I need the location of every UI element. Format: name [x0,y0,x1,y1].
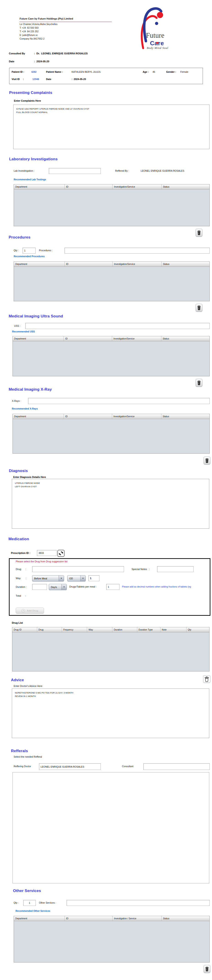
procedures-table: Department ID Investigation/Service Stat… [14,261,210,301]
procedures-input[interactable] [64,248,210,253]
lab-table-header: Department ID Investigation/Service Stat… [14,185,209,189]
refresh-icon [59,551,63,555]
section-title-diagnosis: Diagnosis [9,469,28,473]
xray-table: Department ID Investigation/Service Stat… [13,414,210,453]
way-frequency-select[interactable]: OD [67,575,86,581]
procedures-label: Procedures : [39,249,53,252]
complaints-textarea[interactable]: GYNAE USS REPORT: UTERUS FIBROID NODE AN… [13,105,209,149]
procedures-delete-button[interactable] [196,304,202,312]
advice-delete-button[interactable] [203,675,210,683]
recommended-other-services-link: Recommended Other Services [16,910,50,912]
col-duration: Duration [112,627,137,632]
fraction-note: Please add as decimal numbers when addin… [122,585,209,588]
consultant-input[interactable] [143,763,210,770]
prescription-refresh-button[interactable] [58,550,64,557]
add-drug-button[interactable]: + Add Drug [16,608,44,614]
recommended-xray-link: Recommended X-Rays [12,407,38,410]
col-id: ID [64,336,112,341]
duration-unit-value: Day/s [49,584,61,590]
col-id: ID [64,414,112,419]
special-notes-label: Special Notes : [132,568,150,571]
other-qty-label: Qty : [14,901,19,904]
plus-circle-icon: + [21,609,25,612]
other-services-table-header: Department ID Investigation / Service St… [14,916,209,921]
col-status: Status [162,262,209,266]
reffering-doctor-input[interactable] [39,763,101,770]
prescription-id-input[interactable] [37,550,56,556]
reffering-doctor-label: Reffering Doctor [14,765,31,768]
drug-suggestion-warning: Please select the Drug from Drug suggess… [16,560,67,563]
duration-unit-select[interactable]: Day/s [49,584,67,590]
way-qty-input[interactable] [88,575,100,581]
other-services-input[interactable] [67,900,210,906]
other-qty-input[interactable] [23,900,36,906]
col-investigation: Investigation/Service [112,185,162,189]
col-status: Status [162,185,209,189]
add-drug-label: Add Drug [27,609,38,612]
procedures-qty-input[interactable] [22,248,35,253]
reffered-by-value: LEONEL ENRIQUE GUERRA ROSALES [141,169,185,172]
gender-label: Gender : [166,70,176,73]
drug-input[interactable] [32,566,124,572]
patient-name-value: KATHLEEN BERYL JULES [72,70,101,73]
col-qty: Qty [186,627,209,632]
xray-input[interactable] [28,398,210,404]
procedures-qty-label: Qty : [14,249,19,252]
drug-list-table-header: Drug ID Drug Fequency Way Duration Durat… [12,627,209,632]
trash-outline-icon [204,676,209,682]
section-title-refferals: Refferals [11,749,28,753]
col-department: Department [13,336,64,341]
consultation-form: Future Care by Future Holdings (Pty) Lim… [0,0,212,980]
diagnosis-textarea[interactable]: UTERUS FIBROID NODE LEFT OVARIAN CYST [12,479,209,529]
recommended-uss-link: Recommended USS [12,330,35,333]
col-investigation: Investigation/Service [112,414,161,419]
company-title: Future Care by Future Holdings (Pty) Lim… [19,17,73,20]
consult-date-label: Date [9,60,14,63]
gender-value: Female [180,70,188,73]
patient-name-label: Patient Name : [46,70,63,73]
logo-red-dot [157,12,163,18]
other-services-delete-button[interactable] [204,965,210,973]
visit-date-value: : 2024-05-20 [72,78,86,81]
trash-icon [197,380,201,385]
way-meal-value: Before Meal [32,576,59,581]
chevron-down-icon [80,576,85,581]
col-drug: Drug [37,627,62,632]
col-department: Department [14,262,65,266]
way-frequency-value: OD [67,576,80,581]
refferal-sub-label: Select the needed Refferal [14,755,42,758]
uss-table: Department ID Investigation/Service Stat… [13,336,210,376]
refferal-list-box[interactable] [13,772,209,883]
age-value: 46 [153,70,155,73]
trash-icon [205,458,209,463]
logo-tagline: Body Mind Soul [147,46,169,49]
special-notes-input[interactable] [157,566,194,572]
xray-delete-button[interactable] [204,457,210,465]
uss-delete-button[interactable] [196,379,202,387]
xray-label: X-Rays : [12,399,21,402]
trash-icon [205,967,209,972]
per-meal-input[interactable] [106,584,119,590]
company-title-underline [19,22,112,22]
logo-blue-dot [155,22,158,25]
recommended-lab-testings-link: Recommended Lab Testings [14,178,46,181]
advice-label: Enter Doctor's Advice Here [14,685,42,687]
consult-date-value: : 2024-05-20 [34,60,49,63]
col-id: ID [65,262,112,266]
trash-icon [197,305,201,310]
advice-textarea[interactable]: NORETHISTERONE 5 MG PO TDS FOR 21 DAY. 3… [12,689,209,738]
futurecare-logo: Future Care Body Mind Soul [139,4,179,49]
duration-input[interactable] [32,584,47,590]
chevron-down-icon [61,584,67,590]
lab-investigation-input[interactable] [49,168,101,174]
section-title-procedures: Procedures [9,235,31,240]
way-meal-select[interactable]: Before Meal [32,575,64,581]
patient-info-box: Patient ID : 4282 Patient Name : KATHLEE… [9,68,203,84]
diagnosis-label: Enter Diagnosis Details Here [13,476,46,479]
section-title-presenting-complaints: Presenting Complaints [9,91,52,95]
visit-id-label: Visit ID : [11,78,24,81]
col-status: Status [161,414,209,419]
col-drug-id: Drug ID [12,627,37,632]
uss-input[interactable] [25,323,210,329]
lab-delete-button[interactable] [196,229,202,237]
